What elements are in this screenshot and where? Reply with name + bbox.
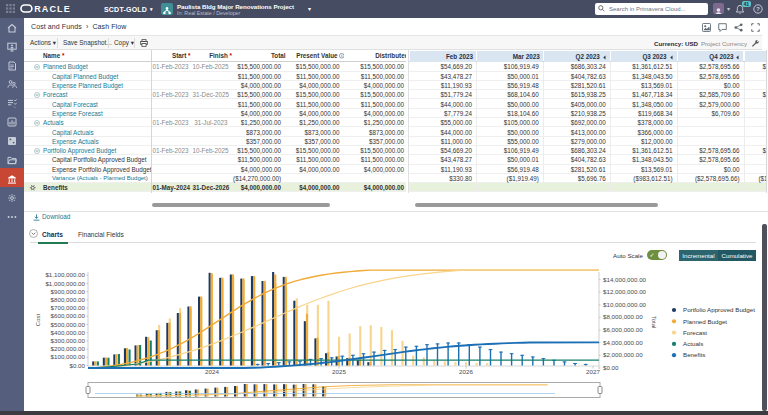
svg-text:2026: 2026 [459,368,473,375]
svg-text:i: i [341,55,342,59]
svg-text:$700,000.00: $700,000.00 [51,304,86,311]
svg-text:$10,000,000.00: $10,000,000.00 [603,301,647,308]
svg-text:$1,000,000.00: $1,000,000.00 [45,280,85,287]
svg-text:$4,000,000.00: $4,000,000.00 [603,339,643,346]
svg-text:$8,000,000.00: $8,000,000.00 [603,313,643,320]
svg-text:RACLE: RACLE [34,4,71,13]
svg-text:$800,000.00: $800,000.00 [51,296,86,303]
svg-text:2027: 2027 [586,368,600,375]
svg-text:$400,000.00: $400,000.00 [51,329,86,336]
svg-text:$900,000.00: $900,000.00 [51,288,86,295]
svg-text:$600,000.00: $600,000.00 [51,312,86,319]
svg-text:Planned Budget: Planned Budget [683,318,727,325]
svg-text:$300,000.00: $300,000.00 [51,337,86,344]
svg-text:$200,000.00: $200,000.00 [51,345,86,352]
svg-text:Cost: Cost [35,314,41,327]
svg-text:Portfolio Approved Budget: Portfolio Approved Budget [683,306,755,313]
svg-text:$1,100,000.00: $1,100,000.00 [45,271,85,278]
svg-text:Forecast: Forecast [683,329,707,336]
svg-text:$500,000.00: $500,000.00 [51,321,86,328]
svg-text:Actuals: Actuals [683,340,703,347]
svg-text:$0.00: $0.00 [603,364,619,371]
svg-text:Total: Total [651,316,657,329]
svg-text:$100,000.00: $100,000.00 [51,353,86,360]
svg-text:2025: 2025 [332,368,346,375]
svg-text:Benefits: Benefits [683,351,705,358]
svg-text:$2,000,000.00: $2,000,000.00 [603,351,643,358]
svg-text:$14,000,000.00: $14,000,000.00 [603,276,647,283]
svg-text:$0.00: $0.00 [70,362,86,369]
svg-text:$6,000,000.00: $6,000,000.00 [603,326,643,333]
svg-text:?: ? [756,5,760,12]
svg-text:$12,000,000.00: $12,000,000.00 [603,288,647,295]
